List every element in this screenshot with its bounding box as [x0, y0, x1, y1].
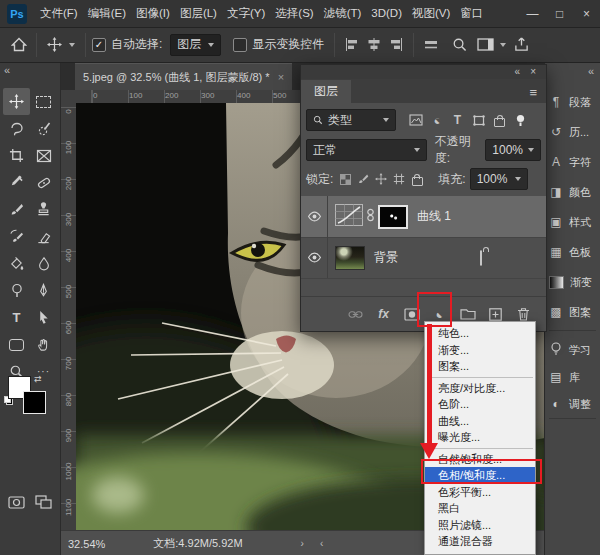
filter-adjustment-icon[interactable]: ◐	[426, 114, 447, 127]
collapse-icon[interactable]: «	[4, 64, 10, 76]
menu-filter[interactable]: 滤镜(T)	[319, 0, 367, 27]
delete-layer-icon[interactable]	[515, 307, 532, 321]
lock-position-icon[interactable]	[372, 173, 390, 185]
filter-toggle-icon[interactable]	[510, 114, 531, 127]
filter-kind-dropdown[interactable]: 类型	[306, 109, 396, 131]
layer-name[interactable]: 背景	[374, 249, 398, 266]
filter-shape-icon[interactable]	[468, 115, 489, 126]
lasso-tool[interactable]	[3, 115, 30, 142]
dock-learn[interactable]: 学习	[548, 338, 598, 362]
filter-smart-object-icon[interactable]	[489, 114, 510, 127]
menu-item-levels[interactable]: 色阶...	[425, 396, 535, 413]
menu-item-channel-mixer[interactable]: 通道混合器	[425, 533, 535, 550]
brush-tool[interactable]	[3, 196, 30, 223]
menu-item-black-white[interactable]: 黑白	[425, 500, 535, 517]
dock-paragraph[interactable]: ¶ 段落	[548, 90, 598, 114]
maximize-button[interactable]: □	[546, 1, 573, 27]
home-icon[interactable]	[8, 33, 30, 57]
crop-tool[interactable]	[3, 142, 30, 169]
menu-item-solid-color[interactable]: 纯色...	[425, 325, 535, 342]
visibility-toggle[interactable]	[301, 196, 328, 237]
frame-tool[interactable]	[30, 142, 57, 169]
shape-tool[interactable]	[3, 331, 30, 358]
menu-window[interactable]: 窗口	[455, 0, 488, 27]
chevron-down-icon[interactable]	[69, 43, 75, 47]
move-tool[interactable]	[3, 88, 30, 115]
eyedropper-tool[interactable]	[3, 169, 30, 196]
auto-select-target-dropdown[interactable]: 图层	[170, 34, 221, 56]
dock-patterns[interactable]: ▩ 图案	[548, 300, 598, 324]
menu-item-brightness-contrast[interactable]: 亮度/对比度...	[425, 380, 535, 397]
filter-type-icon[interactable]: T	[447, 113, 468, 127]
background-color[interactable]	[23, 391, 46, 414]
swap-colors-icon[interactable]: ⇄	[34, 374, 42, 384]
tab-layers[interactable]: 图层	[301, 80, 351, 103]
filter-image-icon[interactable]	[405, 114, 426, 126]
mask-link-icon[interactable]	[366, 208, 375, 225]
menu-item-curves[interactable]: 曲线...	[425, 413, 535, 430]
fill-dropdown[interactable]: 100%	[470, 168, 528, 190]
workspace-switcher-icon[interactable]	[474, 33, 496, 57]
collapse-icon[interactable]: «	[588, 65, 594, 77]
dock-character[interactable]: A 字符	[548, 150, 598, 174]
menu-3d[interactable]: 3D(D)	[366, 0, 407, 27]
curves-thumbnail[interactable]	[335, 204, 363, 229]
scroll-left-icon[interactable]: ‹	[320, 538, 323, 549]
layer-mask-thumbnail[interactable]	[378, 205, 408, 229]
pen-tool[interactable]	[30, 277, 57, 304]
status-expand-icon[interactable]: ›	[301, 538, 304, 549]
menu-layer[interactable]: 图层(L)	[175, 0, 222, 27]
blend-mode-dropdown[interactable]: 正常	[306, 139, 427, 161]
menu-item-gradient[interactable]: 渐变...	[425, 342, 535, 359]
align-left-icon[interactable]	[341, 33, 363, 57]
screen-mode-icon[interactable]	[30, 490, 57, 514]
menu-image[interactable]: 图像(I)	[131, 0, 175, 27]
move-tool-icon[interactable]	[43, 33, 65, 57]
menu-type[interactable]: 文字(Y)	[222, 0, 270, 27]
align-center-icon[interactable]	[363, 33, 385, 57]
zoom-level[interactable]: 32.54%	[68, 538, 105, 550]
opacity-dropdown[interactable]: 100%	[485, 139, 541, 161]
dock-gradients[interactable]: 渐变	[548, 270, 598, 294]
path-selection-tool[interactable]	[30, 304, 57, 331]
layer-name[interactable]: 曲线 1	[417, 208, 451, 225]
layer-row-background[interactable]: 背景	[301, 237, 546, 279]
new-group-icon[interactable]	[459, 308, 476, 320]
menu-file[interactable]: 文件(F)	[35, 0, 83, 27]
lock-all-icon[interactable]	[408, 173, 426, 186]
clone-stamp-tool[interactable]	[30, 196, 57, 223]
dock-color[interactable]: ◨ 颜色	[548, 180, 598, 204]
show-transform-checkbox[interactable]	[233, 38, 247, 52]
menu-select[interactable]: 选择(S)	[270, 0, 318, 27]
search-icon[interactable]	[448, 33, 470, 57]
type-tool[interactable]: T	[3, 304, 30, 331]
menu-view[interactable]: 视图(V)	[407, 0, 455, 27]
close-button[interactable]: ×	[573, 1, 600, 27]
quick-selection-tool[interactable]	[30, 115, 57, 142]
layer-row-curves[interactable]: 曲线 1	[301, 196, 546, 238]
history-brush-tool[interactable]	[3, 223, 30, 250]
dock-history[interactable]: ↺ 历...	[548, 120, 598, 144]
export-icon[interactable]	[510, 33, 532, 57]
lock-pixels-icon[interactable]	[354, 173, 372, 185]
spot-healing-tool[interactable]	[30, 169, 57, 196]
align-right-icon[interactable]	[385, 33, 407, 57]
distribute-icon[interactable]	[420, 33, 442, 57]
menu-item-color-balance[interactable]: 色彩平衡...	[425, 484, 535, 501]
layer-thumbnail[interactable]	[335, 246, 365, 270]
auto-select-checkbox[interactable]: ✓	[92, 38, 106, 52]
rectangular-marquee-tool[interactable]	[30, 88, 57, 115]
layer-style-icon[interactable]: fx	[375, 307, 392, 321]
menu-item-photo-filter[interactable]: 照片滤镜...	[425, 517, 535, 534]
dock-adjustments[interactable]: ◐ 调整	[548, 392, 598, 416]
close-tab-icon[interactable]: ×	[278, 71, 284, 83]
panel-menu-icon[interactable]: ≡	[529, 83, 537, 103]
lock-transparent-icon[interactable]	[336, 174, 354, 185]
gradient-tool[interactable]	[3, 250, 30, 277]
close-icon[interactable]: ×	[530, 67, 536, 77]
eraser-tool[interactable]	[30, 223, 57, 250]
hand-tool[interactable]	[30, 331, 57, 358]
document-tab[interactable]: 5.jpeg @ 32.5% (曲线 1, 图层蒙版/8) * ×	[75, 63, 292, 90]
link-layers-icon[interactable]	[347, 310, 364, 319]
dock-libraries[interactable]: ▤ 库	[548, 365, 598, 389]
